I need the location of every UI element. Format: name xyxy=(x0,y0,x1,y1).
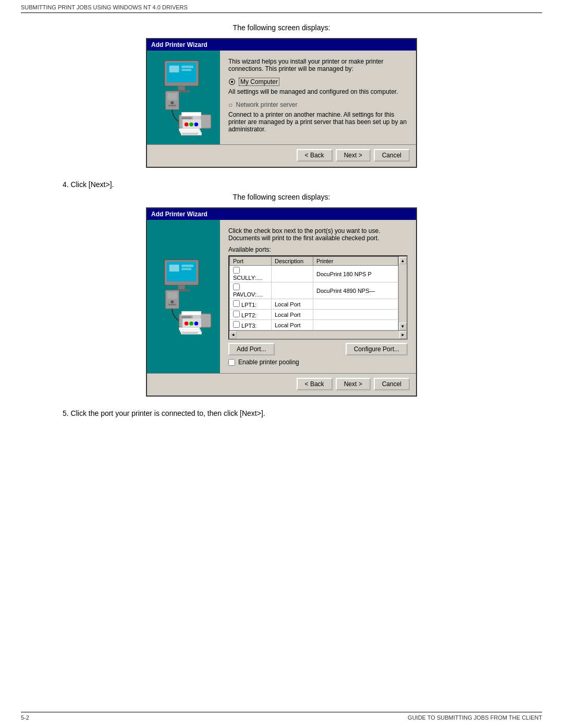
port-checkbox-pavlov[interactable] xyxy=(233,283,240,290)
intro-text-1: The following screen displays: xyxy=(42,23,521,32)
printer-cell xyxy=(313,310,398,320)
port-checkbox-lpt2[interactable] xyxy=(233,311,240,317)
scrollbar-up-arrow[interactable]: ▲ xyxy=(399,257,407,264)
svg-rect-21 xyxy=(181,132,202,135)
svg-point-40 xyxy=(185,322,189,326)
wizard1-radio-my-computer[interactable]: ⦿ My Computer xyxy=(228,78,408,86)
wizard-content-panel-2: Click the check box next to the port(s) … xyxy=(220,220,416,373)
svg-rect-29 xyxy=(178,285,185,289)
enable-pooling-checkbox[interactable] xyxy=(228,359,235,366)
configure-port-button[interactable]: Configure Port... xyxy=(346,343,408,355)
horizontal-scrollbar[interactable]: ◄ ► xyxy=(229,330,407,339)
wizard1-desc1: This wizard helps you install your print… xyxy=(228,58,408,72)
wizard-content-panel-1: This wizard helps you install your print… xyxy=(220,51,416,144)
content-area: The following screen displays: Add Print… xyxy=(0,13,563,449)
desc-cell: Local Port xyxy=(272,299,313,310)
add-port-row: Add Port... Configure Port... xyxy=(228,343,408,355)
printer-cell xyxy=(313,299,398,310)
wizard2-buttons: < Back Next > Cancel xyxy=(147,373,416,396)
port-checkbox-lpt3[interactable] xyxy=(233,321,240,328)
svg-rect-4 xyxy=(181,69,191,71)
table-row: LPT3: Local Port xyxy=(230,320,398,330)
table-with-scrollbar: Port Description Printer SCULLY:.... xyxy=(229,256,407,330)
printer-computer-illustration-2 xyxy=(153,255,214,338)
svg-rect-3 xyxy=(181,66,193,68)
table-row: LPT2: Local Port xyxy=(230,310,398,320)
svg-rect-34 xyxy=(168,304,176,305)
svg-point-16 xyxy=(185,122,189,127)
footer-guide-title: GUIDE TO SUBMITTING JOBS FROM THE CLIENT xyxy=(408,714,542,721)
svg-rect-8 xyxy=(167,93,177,100)
svg-point-33 xyxy=(171,301,174,304)
port-checkbox-scully[interactable] xyxy=(233,267,240,274)
scrollbar-right-arrow[interactable]: ► xyxy=(399,331,407,339)
add-port-button[interactable]: Add Port... xyxy=(228,343,275,355)
printer-cell: DocuPrint 4890 NPS— xyxy=(313,282,398,299)
svg-rect-12 xyxy=(181,117,191,119)
wizard1-buttons: < Back Next > Cancel xyxy=(147,144,416,167)
ports-table-header: Port Description Printer xyxy=(230,257,398,266)
page-container: SUBMITTING PRINT JOBS USING WINDOWS NT 4… xyxy=(0,0,563,728)
ports-header-row: Port Description Printer xyxy=(230,257,398,266)
wizard1-next-button[interactable]: Next > xyxy=(336,149,371,162)
header-title: SUBMITTING PRINT JOBS USING WINDOWS NT 4… xyxy=(21,4,188,10)
wizard2-cancel-button[interactable]: Cancel xyxy=(374,378,410,390)
wizard1-back-button[interactable]: < Back xyxy=(297,149,333,162)
vertical-scrollbar[interactable]: ▲ ▼ xyxy=(398,256,407,330)
wizard2-desc1: Click the check box next to the port(s) … xyxy=(228,227,408,242)
port-cell: SCULLY:.... xyxy=(230,266,272,282)
intro-text-2: The following screen displays: xyxy=(42,193,521,201)
col-desc: Description xyxy=(272,257,313,266)
svg-rect-10 xyxy=(168,105,176,106)
enable-pooling-label: Enable printer pooling xyxy=(238,359,299,366)
wizard-title-2-label: Add Printer Wizard xyxy=(151,211,207,218)
port-cell: LPT1: xyxy=(230,299,272,310)
wizard1-radio-network[interactable]: ○ Network printer server xyxy=(228,101,408,109)
svg-rect-27 xyxy=(181,265,193,267)
svg-rect-36 xyxy=(181,316,191,318)
wizard-body-1: This wizard helps you install your print… xyxy=(147,51,416,144)
svg-point-9 xyxy=(171,102,174,105)
desc-cell: Local Port xyxy=(272,310,313,320)
wizard-dialog-1: Add Printer Wizard xyxy=(146,38,417,168)
scrollbar-left-arrow[interactable]: ◄ xyxy=(229,331,237,339)
wizard-image-panel-2 xyxy=(147,220,220,373)
wizard2-next-button[interactable]: Next > xyxy=(336,378,371,390)
wizard1-cancel-button[interactable]: Cancel xyxy=(374,149,410,162)
port-cell: LPT2: xyxy=(230,310,272,320)
network-label: Network printer server xyxy=(236,101,297,108)
enable-pooling-row: Enable printer pooling xyxy=(228,359,408,366)
my-computer-label: My Computer xyxy=(239,78,279,86)
svg-rect-26 xyxy=(169,265,179,272)
ports-scroll-content: Port Description Printer SCULLY:.... xyxy=(229,256,398,330)
header-text: SUBMITTING PRINT JOBS USING WINDOWS NT 4… xyxy=(0,0,563,13)
wizard1-desc3: Connect to a printer on another machine.… xyxy=(228,111,408,133)
svg-rect-5 xyxy=(178,86,185,90)
desc-cell xyxy=(272,282,313,299)
port-cell: PAVLOV:.... xyxy=(230,282,272,299)
radio-selected-icon: ⦿ xyxy=(228,78,236,86)
svg-rect-38 xyxy=(181,311,201,315)
wizard-dialog-2: Add Printer Wizard xyxy=(146,207,417,397)
col-printer: Printer xyxy=(313,257,398,266)
svg-rect-37 xyxy=(193,315,201,319)
svg-point-18 xyxy=(194,122,199,127)
desc-cell: Local Port xyxy=(272,320,313,330)
wizard1-desc2: All settings will be managed and configu… xyxy=(228,88,408,95)
radio-unselected-icon: ○ xyxy=(228,101,232,109)
wizard-body-2: Click the check box next to the port(s) … xyxy=(147,220,416,373)
svg-point-17 xyxy=(189,122,193,127)
wizard-title-bar-2: Add Printer Wizard xyxy=(147,208,416,220)
wizard-title-1-label: Add Printer Wizard xyxy=(151,41,207,48)
port-cell: LPT3: xyxy=(230,320,272,330)
svg-rect-28 xyxy=(181,268,191,270)
footer-rule xyxy=(21,712,542,712)
wizard2-back-button[interactable]: < Back xyxy=(297,378,333,390)
scrollbar-down-arrow[interactable]: ▼ xyxy=(399,323,407,330)
table-row: LPT1: Local Port xyxy=(230,299,398,310)
ports-table-container: Port Description Printer SCULLY:.... xyxy=(228,255,408,340)
port-checkbox-lpt1[interactable] xyxy=(233,300,240,307)
ports-table: Port Description Printer SCULLY:.... xyxy=(229,256,398,330)
table-row: SCULLY:.... DocuPrint 180 NPS P xyxy=(230,266,398,282)
printer-computer-illustration-1 xyxy=(153,56,214,139)
